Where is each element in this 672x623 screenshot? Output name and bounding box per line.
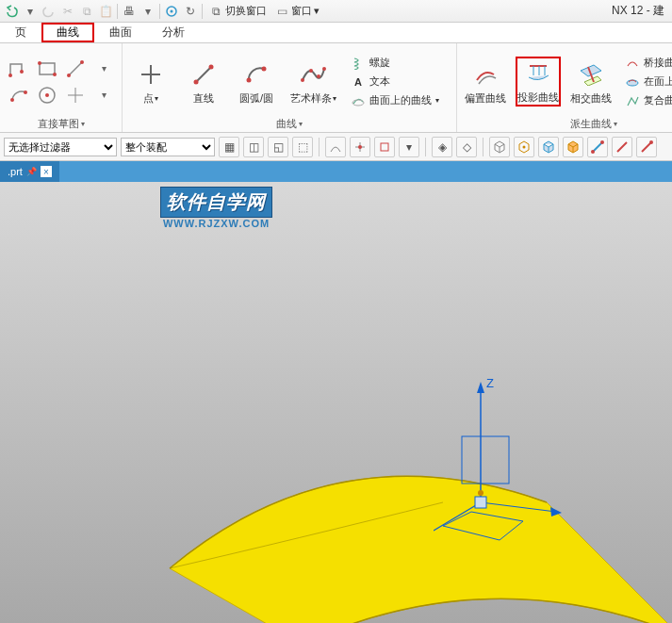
cube-icon[interactable] <box>538 137 559 157</box>
point-button[interactable]: 点▾ <box>128 57 173 106</box>
app-title: NX 12 - 建 <box>612 3 668 19</box>
arc-icon[interactable] <box>6 83 32 107</box>
selection-bar: 无选择过滤器 整个装配 ▦ ◫ ◱ ⬚ ▾ ◈ ◇ <box>0 133 672 161</box>
tab-curve[interactable]: 曲线 <box>41 23 94 42</box>
spline-label: 艺术样条 <box>290 91 332 106</box>
group-label: 曲线 <box>276 117 297 131</box>
offset-curve-button[interactable]: 偏置曲线 <box>463 57 508 106</box>
art-spline-button[interactable]: 艺术样条▾ <box>287 57 339 106</box>
bridge-curve-button[interactable]: 桥接曲线 <box>621 55 672 72</box>
sel-icon[interactable]: ◇ <box>456 137 477 157</box>
offset-face-icon <box>625 74 640 90</box>
arc-icon <box>243 61 270 88</box>
svg-line-18 <box>196 67 211 82</box>
helix-button[interactable]: 螺旋 <box>347 55 451 72</box>
separator <box>425 138 426 156</box>
separator <box>117 4 118 19</box>
group-curve: 点▾ 直线 圆弧/圆 艺术样条▾ 螺旋 A文本 曲面上的曲线▾ 曲线▾ <box>123 43 457 132</box>
svg-point-28 <box>627 80 638 86</box>
printer-icon[interactable]: 🖶 <box>122 4 137 19</box>
sel-icon[interactable]: ⬚ <box>292 137 313 157</box>
composite-curve-button[interactable]: 复合曲线 <box>621 92 672 109</box>
undo-icon[interactable] <box>4 4 19 19</box>
rectangle-icon[interactable] <box>34 57 60 81</box>
sel-icon[interactable] <box>350 137 370 157</box>
sel-icon[interactable] <box>325 137 346 157</box>
dropdown-icon[interactable]: ▾ <box>81 120 85 128</box>
cut-icon[interactable]: ✂ <box>60 4 75 19</box>
line-icon[interactable] <box>636 137 657 157</box>
ribbon: ▾ ▾ 直接草图▾ 点▾ 直线 圆弧/圆 <box>0 43 672 133</box>
bridge-icon <box>625 56 640 71</box>
svg-point-3 <box>20 70 24 74</box>
dropdown-icon[interactable]: ▾ <box>90 57 117 81</box>
group-direct-sketch: ▾ ▾ 直接草图▾ <box>0 43 123 132</box>
curve-on-face-button[interactable]: 曲面上的曲线▾ <box>347 92 451 109</box>
pin-icon[interactable]: 📌 <box>26 167 37 176</box>
dropdown-icon[interactable]: ▾ <box>90 83 117 107</box>
dropdown-icon[interactable]: ▾ <box>614 120 617 128</box>
redo-icon[interactable] <box>41 4 57 19</box>
sel-icon[interactable]: ◈ <box>432 137 452 157</box>
project-curve-button[interactable]: 投影曲线 <box>516 57 561 107</box>
svg-point-11 <box>24 90 27 94</box>
sel-icon[interactable]: ◱ <box>268 137 288 157</box>
tab-analysis[interactable]: 分析 <box>147 23 200 42</box>
svg-marker-41 <box>477 382 484 393</box>
z-axis-label: Z <box>486 376 494 390</box>
tab-surface[interactable]: 曲面 <box>94 23 147 42</box>
sel-icon[interactable]: ◫ <box>243 137 264 157</box>
filter-select[interactable]: 无选择过滤器 <box>4 138 117 156</box>
touch-icon[interactable] <box>164 4 179 19</box>
text-button[interactable]: A文本 <box>347 74 451 90</box>
dropdown-icon: ▾ <box>435 96 439 105</box>
offset-on-face-button[interactable]: 在面上偏置曲线 <box>621 74 672 90</box>
svg-point-26 <box>322 67 326 71</box>
quick-access-toolbar: ▾ ✂ ⧉ 📋 🖶 ▾ ↻ ⧉切换窗口 ▭窗口▾ NX 12 - 建 <box>0 0 672 23</box>
dropdown-icon[interactable]: ▾ <box>140 4 156 19</box>
point-label: 点 <box>143 91 154 106</box>
svg-point-13 <box>45 93 49 97</box>
svg-point-8 <box>67 74 71 77</box>
point-icon[interactable] <box>62 83 89 107</box>
line-icon[interactable] <box>587 137 608 157</box>
cube-icon[interactable] <box>489 137 510 157</box>
svg-point-19 <box>194 80 199 85</box>
sketch-shape-grid: ▾ ▾ <box>6 57 117 107</box>
sel-icon[interactable]: ▦ <box>219 137 239 157</box>
arc-button[interactable]: 圆弧/圆 <box>234 57 279 106</box>
dropdown-icon[interactable]: ▾ <box>299 120 303 128</box>
assembly-select[interactable]: 整个装配 <box>121 138 215 156</box>
tab-page[interactable]: 页 <box>0 23 41 42</box>
intersect-icon <box>578 61 604 88</box>
dropdown-icon[interactable]: ▾ <box>23 4 38 19</box>
close-icon[interactable]: × <box>41 166 52 177</box>
window-menu[interactable]: ▭窗口▾ <box>272 4 321 19</box>
intersect-label: 相交曲线 <box>570 91 612 106</box>
curve-on-face-icon <box>351 93 366 108</box>
line-icon[interactable] <box>62 57 89 81</box>
svg-point-6 <box>53 73 57 76</box>
helix-label: 螺旋 <box>369 56 390 70</box>
copy-icon[interactable]: ⧉ <box>79 4 94 19</box>
line-button[interactable]: 直线 <box>181 57 226 106</box>
svg-point-24 <box>309 69 313 73</box>
profile-icon[interactable] <box>6 57 32 81</box>
switch-window-button[interactable]: ⧉切换窗口 <box>206 4 269 19</box>
svg-point-1 <box>171 9 173 12</box>
refresh-icon[interactable]: ↻ <box>183 4 198 19</box>
paste-icon[interactable]: 📋 <box>98 4 113 19</box>
viewport-3d[interactable]: 软件自学网 WWW.RJZXW.COM Z <box>0 182 672 623</box>
sel-icon[interactable] <box>374 137 395 157</box>
cube-icon[interactable] <box>563 137 583 157</box>
circle-icon[interactable] <box>34 83 60 107</box>
dropdown-icon: ▾ <box>155 94 158 103</box>
svg-rect-32 <box>381 143 388 151</box>
dropdown-icon: ▾ <box>314 5 320 17</box>
text-label: 文本 <box>369 74 390 89</box>
intersect-curve-button[interactable]: 相交曲线 <box>568 57 614 106</box>
cube-icon[interactable] <box>514 137 534 157</box>
sel-icon[interactable]: ▾ <box>399 137 419 157</box>
file-tab[interactable]: .prt 📌 × <box>0 161 59 182</box>
line-icon[interactable] <box>612 137 632 157</box>
